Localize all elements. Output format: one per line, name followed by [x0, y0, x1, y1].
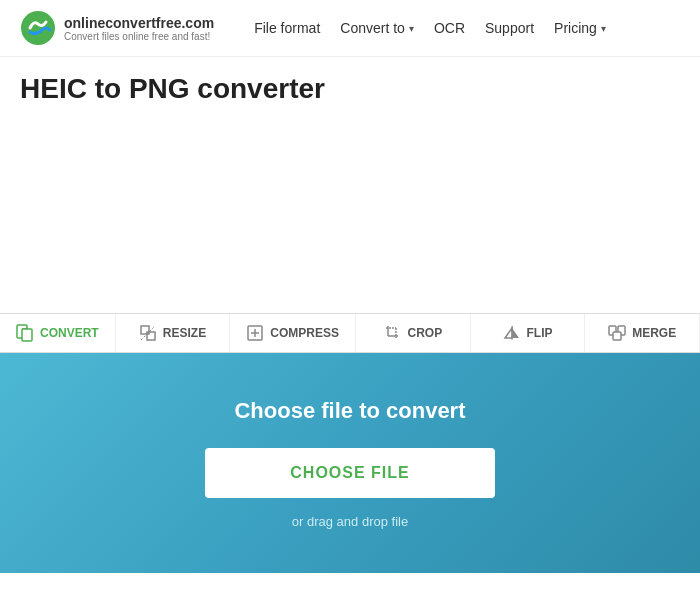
toolbar-resize[interactable]: RESIZE	[116, 314, 231, 352]
svg-rect-20	[613, 332, 621, 340]
drag-drop-label: or drag and drop file	[292, 514, 408, 529]
convert-to-chevron-icon: ▾	[409, 23, 414, 34]
nav-convert-to[interactable]: Convert to ▾	[340, 20, 414, 36]
nav-ocr[interactable]: OCR	[434, 20, 465, 36]
merge-icon	[608, 324, 626, 342]
banner-area	[0, 113, 700, 313]
toolbar-crop[interactable]: CROP	[356, 314, 471, 352]
toolbar-flip[interactable]: FLIP	[471, 314, 586, 352]
toolbar-compress[interactable]: COMPRESS	[230, 314, 356, 352]
logo-icon	[20, 10, 56, 46]
upload-section: Choose file to convert CHOOSE FILE or dr…	[0, 353, 700, 573]
svg-marker-15	[505, 328, 512, 338]
toolbar-convert[interactable]: CONVERT	[0, 314, 116, 352]
svg-marker-16	[512, 328, 519, 338]
nav-support[interactable]: Support	[485, 20, 534, 36]
main-nav: File format Convert to ▾ OCR Support Pri…	[254, 20, 680, 36]
toolbar: CONVERT RESIZE COMPRESS CROP	[0, 313, 700, 353]
resize-icon	[139, 324, 157, 342]
upload-title: Choose file to convert	[234, 398, 465, 424]
pricing-chevron-icon: ▾	[601, 23, 606, 34]
crop-icon	[384, 324, 402, 342]
flip-icon	[503, 324, 521, 342]
compress-icon	[246, 324, 264, 342]
svg-rect-4	[22, 329, 32, 341]
logo-text: onlineconvertfree.com Convert files onli…	[64, 15, 214, 42]
logo-link[interactable]: onlineconvertfree.com Convert files onli…	[20, 10, 214, 46]
choose-file-button[interactable]: CHOOSE FILE	[205, 448, 495, 498]
toolbar-merge[interactable]: MERGE	[585, 314, 700, 352]
nav-pricing[interactable]: Pricing ▾	[554, 20, 606, 36]
nav-file-format[interactable]: File format	[254, 20, 320, 36]
page-title: HEIC to PNG converter	[0, 57, 700, 113]
convert-icon	[16, 324, 34, 342]
svg-line-7	[141, 326, 155, 340]
header: onlineconvertfree.com Convert files onli…	[0, 0, 700, 57]
